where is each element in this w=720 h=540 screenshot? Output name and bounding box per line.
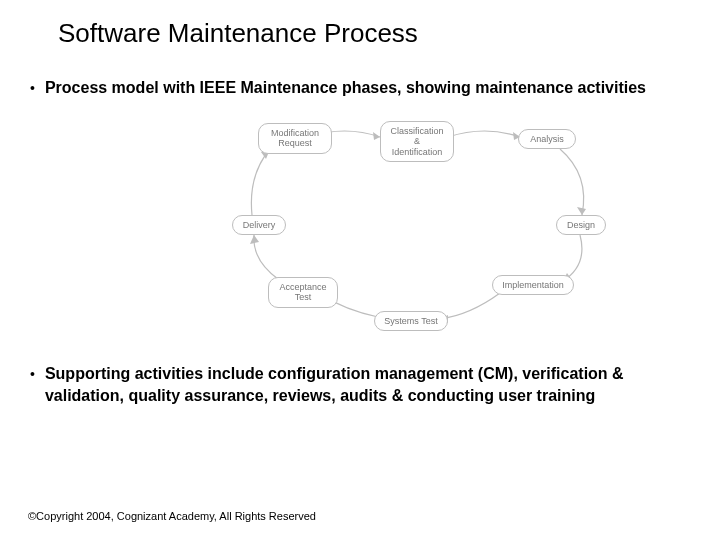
diagram-container: Modification Request Classification & Id… xyxy=(0,111,720,355)
bullet-text: Supporting activities include configurat… xyxy=(45,363,680,407)
node-delivery: Delivery xyxy=(232,215,286,235)
process-diagram: Modification Request Classification & Id… xyxy=(230,115,610,345)
copyright-footer: ©Copyright 2004, Cognizant Academy, All … xyxy=(28,510,316,522)
bullet-list-bottom: • Supporting activities include configur… xyxy=(0,355,720,407)
bullet-text: Process model with IEEE Maintenance phas… xyxy=(45,77,646,99)
bullet-dot-icon: • xyxy=(28,77,45,99)
node-design: Design xyxy=(556,215,606,235)
bullet-item: • Process model with IEEE Maintenance ph… xyxy=(28,77,680,99)
page-title: Software Maintenance Process xyxy=(0,0,720,49)
svg-marker-0 xyxy=(373,132,380,140)
node-systems-test: Systems Test xyxy=(374,311,448,331)
node-modification-request: Modification Request xyxy=(258,123,332,154)
bullet-item: • Supporting activities include configur… xyxy=(28,363,680,407)
node-acceptance-test: Acceptance Test xyxy=(268,277,338,308)
node-analysis: Analysis xyxy=(518,129,576,149)
svg-marker-2 xyxy=(577,207,586,215)
node-classification-identification: Classification & Identification xyxy=(380,121,454,162)
bullet-list-top: • Process model with IEEE Maintenance ph… xyxy=(0,49,720,99)
svg-marker-6 xyxy=(250,235,259,244)
node-implementation: Implementation xyxy=(492,275,574,295)
bullet-dot-icon: • xyxy=(28,363,45,385)
